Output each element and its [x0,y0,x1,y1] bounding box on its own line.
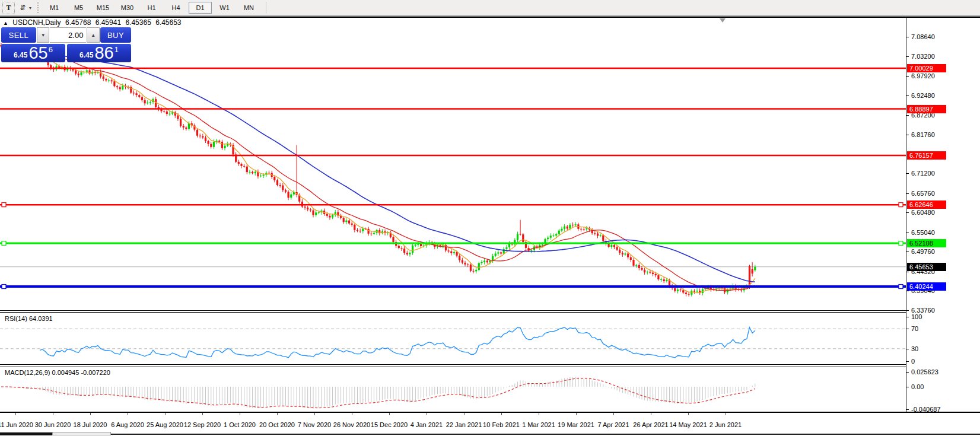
timeframe-button-m5[interactable]: M5 [67,2,90,14]
toolbar-separator [266,2,266,14]
axis-tick-mark [906,317,909,317]
buy-price-sup: 1 [114,45,119,54]
price-tick-label: 6.55040 [911,229,935,236]
time-tick-mark [427,413,427,415]
toolbar-grip[interactable] [37,2,39,13]
time-tick-mark [352,413,352,415]
axis-tick-mark [906,409,909,410]
axis-tick-mark [906,372,909,373]
hline-price-badge: 6.76157 [907,151,946,160]
axis-tick-mark [906,252,909,252]
date-label: 11 Jun 2020 [0,421,33,428]
new-order-dropdown-caret[interactable]: ▾ [29,5,31,11]
time-tick-mark [90,413,91,415]
sell-button[interactable]: SELL [1,27,36,43]
axis-tick-mark [906,233,909,233]
rsi-tick-label: 30 [911,345,918,352]
price-tick-label: 7.03200 [911,53,935,60]
price-tick-label: 6.65760 [911,190,935,197]
timeframe-button-m15[interactable]: M15 [91,2,114,14]
rsi-tick-label: 70 [911,325,918,332]
buy-price-big: 86 [94,44,113,62]
date-label: 7 Nov 2020 [298,421,331,428]
timeframe-button-w1[interactable]: W1 [213,2,236,14]
axis-tick-mark [906,272,909,272]
date-label: 6 Aug 2020 [111,421,144,428]
rsi-indicator-label: RSI(14) 64.0391 [5,315,53,322]
volume-increase-button[interactable]: ▲ [87,27,100,43]
panel-splitter[interactable] [0,310,980,311]
price-axis: 7.086407.032006.979206.924806.872006.817… [906,18,980,412]
time-tick-mark [15,413,16,415]
time-axis: 11 Jun 202030 Jun 202018 Jul 20206 Aug 2… [0,413,980,432]
axis-tick-mark [906,212,909,213]
ohlc-high: 6.45941 [96,18,121,27]
date-label: 1 Mar 2021 [522,421,555,428]
timeframe-button-d1[interactable]: D1 [189,2,212,14]
time-tick-mark [464,413,464,415]
timeframe-button-h4[interactable]: H4 [164,2,187,14]
rsi-canvas [0,313,906,364]
sell-price-big: 65 [28,44,47,62]
axis-tick-mark [906,56,909,57]
macd-tick-label: 0.025623 [911,368,938,375]
timeframe-button-m1[interactable]: M1 [43,2,66,14]
one-click-trade-panel: SELL ▼ 2.00 ▲ BUY 6.45 65 6 6.45 8 [1,27,131,62]
new-order-button[interactable]: ⇵ [17,2,28,14]
date-label: 30 Jun 2020 [35,421,71,428]
price-tick-label: 6.60480 [911,209,935,216]
buy-button[interactable]: BUY [100,27,131,43]
trading-terminal: T ⇵ ▾ M1M5M15M30H1H4D1W1MN ▲ USDCNH,Dail… [0,0,980,436]
date-label: 10 Feb 2021 [483,421,520,428]
hline-price-badge: 7.00029 [907,64,946,72]
volume-decrease-button[interactable]: ▼ [37,27,50,43]
macd-canvas [0,367,906,412]
axis-tick-mark [906,310,909,311]
h-scrollbar-handle[interactable] [52,432,111,435]
price-tick-label: 6.71200 [911,170,935,177]
time-tick-mark [202,413,203,415]
axis-tick-mark [906,135,909,135]
time-tick-mark [726,413,726,415]
sell-price-display[interactable]: 6.45 65 6 [1,44,65,62]
date-label: 19 Mar 2021 [558,421,594,428]
date-label: 12 Sep 2020 [184,421,221,428]
timeframe-button-h1[interactable]: H1 [140,2,163,14]
h-scrollbar-track[interactable] [111,434,980,435]
chart-shift-marker-icon[interactable] [720,18,726,23]
sell-price-sup: 6 [49,45,53,54]
date-label: 18 Jul 2020 [74,421,107,428]
price-tick-label: 6.49760 [911,248,935,255]
timeframe-button-m30[interactable]: M30 [116,2,139,14]
axis-tick-mark [906,329,909,329]
text-label-tool-button[interactable]: T [2,2,15,14]
price-tick-label: 6.81760 [911,131,935,138]
chart-title: ▲ USDCNH,Daily 6.45768 6.45941 6.45365 6… [3,18,184,27]
volume-input[interactable]: 2.00 [50,27,86,43]
macd-indicator-label: MACD(12,26,9) 0.004945 -0.007220 [5,369,110,376]
collapse-triangle-icon[interactable]: ▲ [3,20,8,26]
macd-tick-label: -0.040687 [911,406,941,413]
date-label: 14 May 2021 [669,421,707,428]
time-tick-mark [389,413,390,415]
top-toolbar: T ⇵ ▾ M1M5M15M30H1H4D1W1MN [0,0,980,17]
axis-tick-mark [906,76,909,77]
hline-price-badge: 6.52108 [907,239,946,247]
symbol-period-label: USDCNH,Daily [12,18,61,27]
order-arrows-icon: ⇵ [20,4,26,12]
axis-tick-mark [906,37,909,37]
panel-splitter[interactable] [0,364,980,365]
axis-tick-mark [906,361,909,362]
macd-tick-label: 0.00 [911,383,924,390]
buy-price-display[interactable]: 6.45 86 1 [67,44,131,62]
time-tick-mark [539,413,539,415]
axis-tick-mark [906,291,909,291]
time-tick-mark [501,413,502,415]
ohlc-open: 6.45768 [65,18,91,27]
date-label: 2 Jun 2021 [709,421,742,428]
main-chart-canvas [0,18,906,311]
h-scrollbar-thumb[interactable] [0,432,52,435]
timeframe-button-mn[interactable]: MN [237,2,260,14]
date-label: 22 Jan 2021 [446,421,482,428]
hline-price-badge: 6.88897 [907,105,946,113]
